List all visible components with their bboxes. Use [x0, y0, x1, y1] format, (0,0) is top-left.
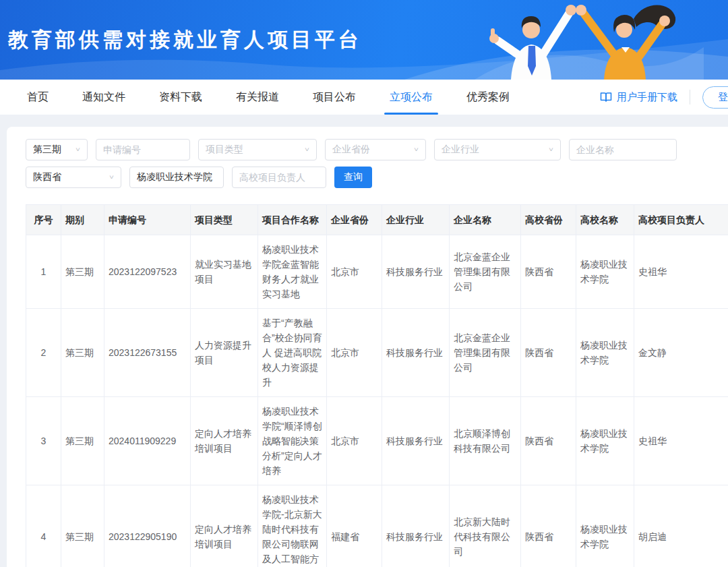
table-cell: 史祖华 [634, 235, 728, 309]
nav-item-project-announcement[interactable]: 项目公布 [313, 80, 356, 115]
user-manual-link[interactable]: 用户手册下载 [600, 91, 677, 104]
page-title: 教育部供需对接就业育人项目平台 [0, 26, 362, 54]
table-header-row: 序号期别申请编号项目类型项目合作名称企业省份企业行业企业名称高校省份高校名称高校… [26, 205, 728, 235]
table-wrapper: 序号期别申请编号项目类型项目合作名称企业省份企业行业企业名称高校省份高校名称高校… [26, 204, 728, 567]
table-cell: 杨凌职业技术学院 [576, 485, 634, 567]
apply-number-input[interactable] [96, 139, 190, 160]
school-name-input[interactable] [129, 167, 224, 188]
nav-item-approval-announcement[interactable]: 立项公布 [390, 80, 433, 115]
banner-illustration [475, 0, 704, 80]
table-cell: 2023122905190 [104, 485, 191, 567]
login-button[interactable]: 登录 [702, 86, 728, 109]
chevron-down-icon: ˅ [109, 173, 114, 181]
table-cell: 福建省 [327, 485, 382, 567]
nav-item-related-reports[interactable]: 有关报道 [236, 80, 279, 115]
user-manual-label: 用户手册下载 [617, 91, 677, 104]
table-cell: 杨凌职业技术学院“顺泽博创战略智能决策分析”定向人才培养 [258, 397, 327, 485]
table-cell: 史祖华 [634, 397, 728, 485]
filter-row-1: 第三期 ˅ 项目类型 ˅ 企业省份 ˅ 企业行业 ˅ [26, 139, 728, 160]
table-cell: 第三期 [61, 485, 104, 567]
company-industry-select[interactable]: 企业行业 ˅ [434, 139, 561, 160]
table-cell: 北京顺泽博创科技有限公司 [450, 397, 521, 485]
results-table: 序号期别申请编号项目类型项目合作名称企业省份企业行业企业名称高校省份高校名称高校… [26, 204, 728, 567]
school-leader-input[interactable] [232, 167, 326, 188]
period-select[interactable]: 第三期 ˅ [26, 139, 88, 160]
content-card: 第三期 ˅ 项目类型 ˅ 企业省份 ˅ 企业行业 ˅ [7, 127, 728, 567]
nav-right: 用户手册下载 登录 [600, 80, 728, 115]
nav-items: 首页通知文件资料下载有关报道项目公布立项公布优秀案例 [27, 80, 510, 115]
table-cell: 胡启迪 [634, 485, 728, 567]
table-cell: 北京新大陆时代科技有限公司 [450, 485, 521, 567]
column-header: 期别 [61, 205, 104, 235]
column-header: 企业省份 [327, 205, 382, 235]
table-cell: 基于“产教融合”校企协同育人 促进高职院校人力资源提升 [258, 309, 327, 397]
chevron-down-icon: ˅ [414, 146, 419, 153]
filter-bar: 第三期 ˅ 项目类型 ˅ 企业省份 ˅ 企业行业 ˅ [26, 139, 728, 188]
table-cell: 2024011909229 [104, 397, 191, 485]
column-header: 项目类型 [191, 205, 258, 235]
nav-item-material-download[interactable]: 资料下载 [159, 80, 202, 115]
chevron-down-icon: ˅ [305, 146, 309, 153]
navbar: 首页通知文件资料下载有关报道项目公布立项公布优秀案例 用户手册下载 登录 [0, 80, 728, 115]
table-cell: 杨凌职业技术学院 [576, 309, 634, 397]
table-cell: 定向人才培养培训项目 [191, 485, 258, 567]
banner: 教育部供需对接就业育人项目平台 [0, 0, 728, 80]
table-cell: 北京市 [327, 397, 382, 485]
table-cell: 杨凌职业技术学院金蓝智能财务人才就业实习基地 [258, 235, 327, 309]
column-header: 高校省份 [521, 205, 576, 235]
chevron-down-icon: ˅ [549, 146, 553, 153]
table-cell: 科技服务行业 [382, 309, 450, 397]
chevron-down-icon: ˅ [75, 146, 80, 153]
table-cell: 第三期 [61, 235, 104, 309]
table-cell: 陕西省 [521, 485, 576, 567]
search-button[interactable]: 查询 [334, 167, 372, 188]
column-header: 项目合作名称 [258, 205, 327, 235]
table-row: 2第三期2023122673155人力资源提升项目基于“产教融合”校企协同育人 … [26, 309, 728, 397]
table-cell: 1 [26, 235, 61, 309]
table-cell: 北京市 [327, 235, 382, 309]
table-cell: 科技服务行业 [382, 485, 450, 567]
table-cell: 杨凌职业技术学院-北京新大陆时代科技有限公司物联网及人工智能方向人才培养 [258, 485, 327, 567]
page: 教育部供需对接就业育人项目平台 [0, 0, 728, 567]
table-cell: 第三期 [61, 309, 104, 397]
column-header: 企业行业 [382, 205, 450, 235]
table-cell: 北京金蓝企业管理集团有限公司 [450, 309, 521, 397]
nav-item-notice-files[interactable]: 通知文件 [82, 80, 125, 115]
table-cell: 北京金蓝企业管理集团有限公司 [450, 235, 521, 309]
company-name-input[interactable] [569, 139, 677, 160]
table-cell: 科技服务行业 [382, 397, 450, 485]
table-cell: 定向人才培养培训项目 [191, 397, 258, 485]
book-icon [600, 92, 612, 102]
nav-divider [690, 90, 690, 105]
nav-item-excellent-cases[interactable]: 优秀案例 [466, 80, 510, 115]
table-cell: 杨凌职业技术学院 [576, 235, 634, 309]
column-header: 企业名称 [450, 205, 521, 235]
nav-item-home[interactable]: 首页 [27, 80, 49, 115]
table-cell: 第三期 [61, 397, 104, 485]
table-cell: 就业实习基地项目 [191, 235, 258, 309]
table-cell: 4 [26, 485, 61, 567]
table-cell: 陕西省 [521, 397, 576, 485]
column-header: 高校名称 [576, 205, 634, 235]
school-province-select[interactable]: 陕西省 ˅ [26, 167, 121, 188]
table-cell: 北京市 [327, 309, 382, 397]
table-row: 4第三期2023122905190定向人才培养培训项目杨凌职业技术学院-北京新大… [26, 485, 728, 567]
table-cell: 人力资源提升项目 [191, 309, 258, 397]
table-cell: 陕西省 [521, 309, 576, 397]
table-row: 1第三期2023122097523就业实习基地项目杨凌职业技术学院金蓝智能财务人… [26, 235, 728, 309]
table-cell: 陕西省 [521, 235, 576, 309]
table-cell: 2023122097523 [104, 235, 191, 309]
table-cell: 科技服务行业 [382, 235, 450, 309]
column-header: 序号 [26, 205, 61, 235]
project-type-select[interactable]: 项目类型 ˅ [198, 139, 317, 160]
table-cell: 3 [26, 397, 61, 485]
table-cell: 金文静 [634, 309, 728, 397]
filter-row-2: 陕西省 ˅ 查询 [26, 167, 728, 188]
company-province-select[interactable]: 企业省份 ˅ [325, 139, 426, 160]
table-cell: 杨凌职业技术学院 [576, 397, 634, 485]
column-header: 高校项目负责人 [634, 205, 728, 235]
column-header: 申请编号 [104, 205, 191, 235]
table-cell: 2023122673155 [104, 309, 191, 397]
table-row: 3第三期2024011909229定向人才培养培训项目杨凌职业技术学院“顺泽博创… [26, 397, 728, 485]
table-cell: 2 [26, 309, 61, 397]
